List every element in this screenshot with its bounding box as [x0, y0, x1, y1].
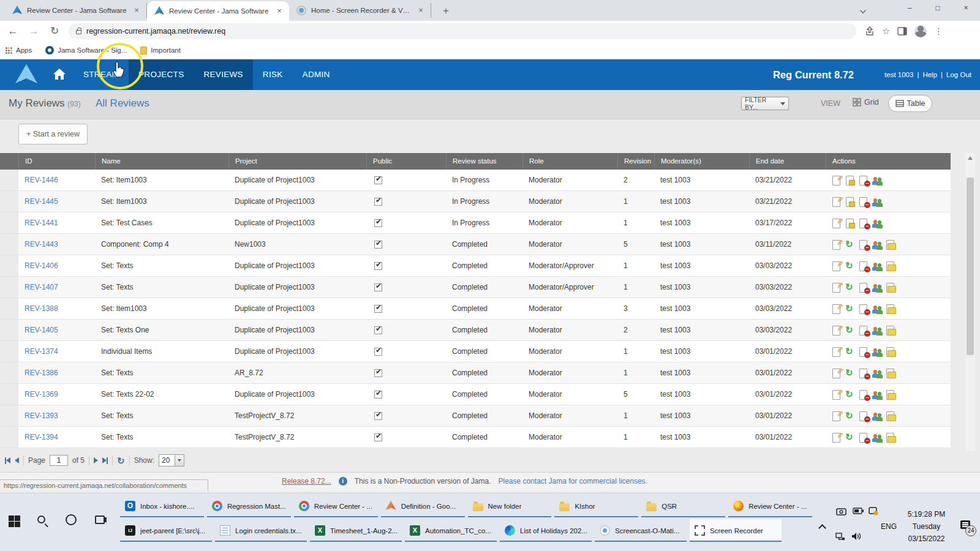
- review-id-link[interactable]: REV-1374: [24, 347, 58, 356]
- speaker-icon[interactable]: [851, 532, 862, 541]
- column-header[interactable]: Role: [522, 153, 617, 170]
- copy-review-icon[interactable]: [886, 261, 896, 271]
- taskbar-item[interactable]: KIshor: [554, 495, 638, 517]
- table-row[interactable]: REV-1386 Set: Texts AR_8.72 Completed Mo…: [0, 362, 951, 384]
- review-id-link[interactable]: REV-1406: [24, 261, 58, 270]
- column-header[interactable]: Public: [366, 153, 446, 170]
- bookmark-important[interactable]: Important: [135, 47, 186, 54]
- taskbar-item[interactable]: Regression Mast...: [207, 495, 291, 517]
- search-icon[interactable]: [37, 515, 45, 523]
- manage-participants-icon[interactable]: [872, 218, 883, 228]
- view-grid-button[interactable]: Grid: [853, 98, 879, 107]
- start-review-button[interactable]: + Start a review: [18, 124, 88, 144]
- edit-review-icon[interactable]: [832, 347, 842, 357]
- network-icon[interactable]: [835, 533, 845, 541]
- column-header[interactable]: Revision: [617, 153, 654, 170]
- delete-review-icon[interactable]: [859, 175, 869, 186]
- taskbar-item[interactable]: Inbox - kishore....: [120, 495, 204, 517]
- browser-tab[interactable]: Review Center - Jama Software ×: [5, 3, 147, 18]
- table-row[interactable]: REV-1374 Individual Items Duplicate of P…: [0, 341, 951, 362]
- browser-tab[interactable]: Review Center - Jama Software ×: [147, 1, 289, 21]
- table-row[interactable]: REV-1405 Set: Texts One Duplicate of Pro…: [0, 320, 951, 341]
- delete-review-icon[interactable]: [859, 325, 869, 335]
- delete-review-icon[interactable]: [859, 432, 869, 443]
- reopen-review-icon[interactable]: ↻: [845, 282, 856, 293]
- reopen-review-icon[interactable]: ↻: [845, 368, 856, 378]
- tray-chevron-up-icon[interactable]: [818, 524, 826, 532]
- window-minimize-button[interactable]: –: [895, 0, 924, 16]
- finalize-review-icon[interactable]: [845, 175, 856, 186]
- menu-kebab-icon[interactable]: ⋮: [934, 26, 943, 36]
- table-row[interactable]: REV-1443 Component: Comp 4 New1003 Compl…: [0, 234, 951, 255]
- scrollbar-thumb[interactable]: [967, 178, 974, 355]
- browser-tab[interactable]: Home - Screen Recorder & Vide ×: [289, 3, 431, 18]
- table-row[interactable]: REV-1394 Set: Texts TestProjectV_8.72 Co…: [0, 427, 951, 448]
- public-checkbox[interactable]: [374, 198, 382, 206]
- logout-link[interactable]: Log Out: [946, 59, 971, 90]
- edit-review-icon[interactable]: [832, 411, 842, 421]
- column-header[interactable]: Actions: [826, 153, 951, 170]
- taskbar-item[interactable]: jeet-parent [E:\src\j...: [120, 519, 212, 542]
- tab-search-caret-icon[interactable]: [860, 7, 866, 13]
- public-checkbox[interactable]: [374, 283, 382, 291]
- copy-review-icon[interactable]: [886, 282, 896, 293]
- delete-review-icon[interactable]: [859, 218, 869, 228]
- previous-page-button[interactable]: [15, 457, 19, 463]
- column-header[interactable]: End date: [749, 153, 826, 170]
- finalize-review-icon[interactable]: [845, 218, 856, 228]
- edit-review-icon[interactable]: [832, 218, 842, 228]
- table-row[interactable]: REV-1407 Set: Texts Duplicate of Project…: [0, 277, 951, 298]
- edit-review-icon[interactable]: [832, 325, 842, 335]
- taskbar-item[interactable]: Review Center - ...: [728, 495, 812, 517]
- table-row[interactable]: REV-1441 Set: Test Cases Duplicate of Pr…: [0, 212, 951, 234]
- address-bar[interactable]: regression-current.jamaqa.net/review.req: [69, 23, 856, 39]
- copy-review-icon[interactable]: [886, 389, 896, 400]
- tab-my-reviews[interactable]: My Reviews (93): [9, 97, 81, 110]
- edit-review-icon[interactable]: [832, 432, 842, 443]
- window-close-button[interactable]: ×: [952, 0, 980, 16]
- edit-review-icon[interactable]: [832, 261, 842, 271]
- last-page-button[interactable]: [102, 457, 108, 464]
- task-view-icon[interactable]: [95, 515, 105, 524]
- public-checkbox[interactable]: [374, 219, 382, 227]
- taskbar-item[interactable]: Automation_TC_co...: [405, 519, 497, 542]
- taskbar-item[interactable]: Screen Recorder: [690, 519, 782, 542]
- delete-review-icon[interactable]: [859, 411, 869, 421]
- forward-button[interactable]: →: [26, 23, 42, 39]
- nav-item-reviews[interactable]: REVIEWS: [194, 59, 252, 90]
- delete-review-icon[interactable]: [859, 282, 869, 293]
- start-button[interactable]: [9, 515, 20, 527]
- delete-review-icon[interactable]: [859, 197, 869, 207]
- manage-participants-icon[interactable]: [872, 347, 883, 357]
- copy-review-icon[interactable]: [886, 411, 896, 421]
- column-header[interactable]: ID: [18, 153, 95, 170]
- public-checkbox[interactable]: [374, 326, 382, 334]
- manage-participants-icon[interactable]: [872, 261, 883, 271]
- side-panel-icon[interactable]: [897, 27, 907, 36]
- snip-tool-icon[interactable]: [836, 507, 846, 515]
- table-row[interactable]: REV-1406 Set: Texts Duplicate of Project…: [0, 255, 951, 277]
- table-scrollbar[interactable]: [965, 153, 975, 451]
- clock[interactable]: 5:19:28 PM Tuesday 03/15/2022: [900, 493, 952, 545]
- table-row[interactable]: REV-1446 Set: Item1003 Duplicate of Proj…: [0, 170, 951, 191]
- back-button[interactable]: ←: [5, 23, 21, 39]
- delete-review-icon[interactable]: [859, 389, 869, 400]
- nav-item-risk[interactable]: RISK: [253, 59, 293, 90]
- public-checkbox[interactable]: [374, 412, 382, 420]
- column-header[interactable]: Name: [95, 153, 228, 170]
- review-id-link[interactable]: REV-1441: [24, 219, 58, 227]
- cortana-icon[interactable]: [66, 514, 77, 525]
- scroll-up-arrow-icon[interactable]: [968, 156, 973, 160]
- tab-close-icon[interactable]: ×: [416, 6, 426, 15]
- public-checkbox[interactable]: [374, 433, 382, 441]
- language-indicator[interactable]: ENG: [881, 522, 897, 531]
- public-checkbox[interactable]: [374, 348, 382, 356]
- copy-review-icon[interactable]: [886, 368, 896, 378]
- copy-review-icon[interactable]: [886, 304, 896, 314]
- review-id-link[interactable]: REV-1393: [24, 411, 58, 420]
- reopen-review-icon[interactable]: ↻: [845, 261, 856, 271]
- edit-review-icon[interactable]: [832, 368, 842, 378]
- edit-review-icon[interactable]: [832, 197, 842, 207]
- reopen-review-icon[interactable]: ↻: [845, 347, 856, 357]
- review-id-link[interactable]: REV-1446: [24, 176, 58, 184]
